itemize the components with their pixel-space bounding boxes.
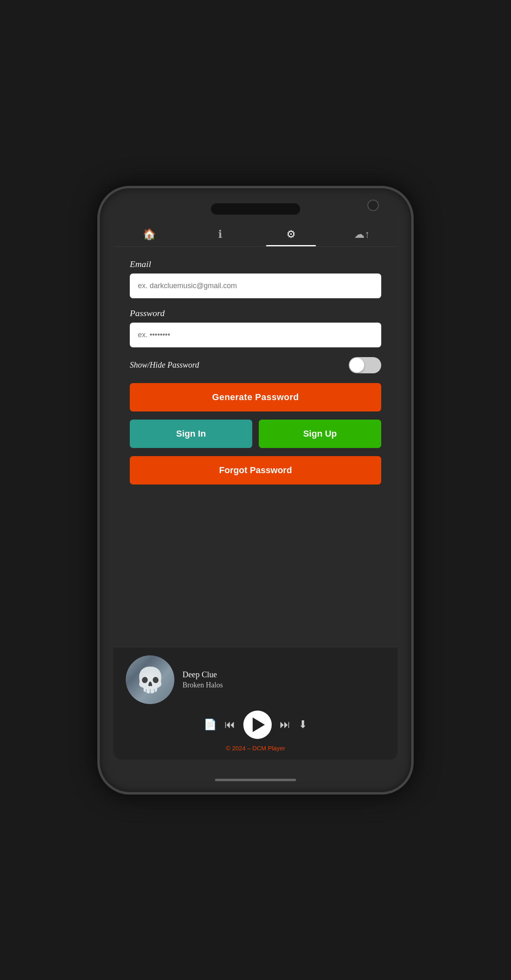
password-input[interactable] xyxy=(130,323,381,347)
auth-button-row: Sign In Sign Up xyxy=(130,420,381,448)
player-top: 💀 Deep Clue Broken Halos xyxy=(126,655,385,704)
download-icon[interactable]: ⬇ xyxy=(298,718,307,731)
settings-icon: ⚙ xyxy=(286,228,296,241)
phone-bottom-bar xyxy=(215,768,296,792)
show-hide-toggle[interactable] xyxy=(349,357,381,373)
upload-icon: ☁↑ xyxy=(354,228,370,241)
show-hide-label: Show/Hide Password xyxy=(130,360,199,370)
tab-home[interactable]: 🏠 xyxy=(114,221,185,246)
track-info: Deep Clue Broken Halos xyxy=(182,670,385,689)
track-artist: Deep Clue xyxy=(182,670,385,679)
album-art: 💀 xyxy=(126,655,174,704)
toggle-knob xyxy=(350,358,364,373)
fast-forward-icon[interactable]: ⏭ xyxy=(280,718,290,731)
home-icon: 🏠 xyxy=(143,228,156,241)
main-content: Email Password Show/Hide Password Genera… xyxy=(114,247,397,647)
player-controls: 📄 ⏮ ⏭ ⬇ xyxy=(204,711,307,739)
signup-button[interactable]: Sign Up xyxy=(259,420,381,448)
speaker-notch xyxy=(211,203,300,215)
player-bar: 💀 Deep Clue Broken Halos 📄 ⏮ ⏭ ⬇ © 2024 … xyxy=(114,647,397,760)
home-indicator xyxy=(215,779,296,781)
phone-top-bar xyxy=(100,188,411,221)
info-icon: ℹ xyxy=(218,228,222,241)
play-button[interactable] xyxy=(243,711,272,739)
email-label: Email xyxy=(130,259,381,269)
signin-button[interactable]: Sign In xyxy=(130,420,252,448)
password-label: Password xyxy=(130,308,381,319)
email-input[interactable] xyxy=(130,274,381,298)
album-art-inner: 💀 xyxy=(126,655,174,704)
forgot-password-button[interactable]: Forgot Password xyxy=(130,456,381,485)
album-art-image: 💀 xyxy=(135,665,165,694)
rewind-icon[interactable]: ⏮ xyxy=(225,718,235,731)
copyright-text: © 2024 – DCM Player xyxy=(226,745,285,752)
tab-settings[interactable]: ⚙ xyxy=(256,221,326,246)
front-camera xyxy=(367,200,379,211)
phone-frame: 🏠 ℹ ⚙ ☁↑ Email Password Show/Hide Passwo… xyxy=(97,186,414,795)
playlist-icon[interactable]: 📄 xyxy=(204,718,217,731)
tab-info[interactable]: ℹ xyxy=(185,221,256,246)
generate-password-button[interactable]: Generate Password xyxy=(130,383,381,411)
show-hide-row: Show/Hide Password xyxy=(130,357,381,373)
app-name: DCM Player xyxy=(252,745,285,752)
phone-screen: 🏠 ℹ ⚙ ☁↑ Email Password Show/Hide Passwo… xyxy=(114,221,397,760)
tab-upload[interactable]: ☁↑ xyxy=(326,221,397,246)
tab-bar: 🏠 ℹ ⚙ ☁↑ xyxy=(114,221,397,247)
track-name: Broken Halos xyxy=(182,681,385,689)
play-icon xyxy=(253,717,265,732)
